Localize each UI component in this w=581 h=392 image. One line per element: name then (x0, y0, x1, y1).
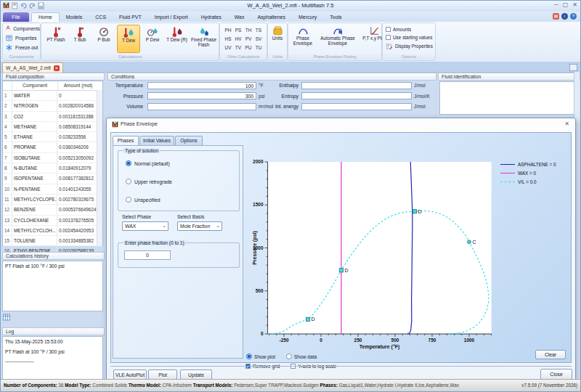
amounts-checkbox[interactable] (386, 27, 391, 32)
table-row[interactable]: 12BENZENE0.0005376649624 (3, 205, 102, 215)
release-notes-icon[interactable]: ▤ (553, 13, 559, 20)
phase-fraction-input[interactable]: 0 (124, 250, 171, 260)
table-row[interactable]: 8N-BUTANE0.01840912079 (3, 163, 102, 173)
normal-default-radio[interactable] (126, 160, 131, 166)
ribbon-tab-models[interactable]: Models (60, 12, 89, 22)
table-row[interactable]: 7ISOBUTANE0.005213050092 (3, 153, 102, 163)
document-tab-close-icon[interactable]: ✕ (54, 65, 60, 71)
select-basis-dropdown[interactable]: Mole Fraction ⌄ (177, 221, 222, 231)
component-amount: 0.01401243055 (57, 184, 97, 194)
calc-ps-button[interactable]: PS (233, 26, 243, 35)
show-plot-radio[interactable] (246, 354, 252, 359)
table-row[interactable]: 9ISOPENTANE0.008177382812 (3, 173, 102, 184)
t-dew-r-button[interactable]: T Dew (R) (165, 25, 189, 53)
use-starting-values-checkbox[interactable] (386, 35, 391, 40)
table-row[interactable]: 11METHYLCYCLOPE...0.002780319675 (3, 195, 102, 205)
clear-button[interactable]: Clear (535, 350, 566, 359)
window-list-icon[interactable] (569, 64, 577, 71)
vle-autoplot-button[interactable]: VLE AutoPlot (113, 369, 147, 380)
column-header-amount[interactable]: Amount (mol) (57, 81, 98, 90)
update-button[interactable]: Update (180, 369, 212, 380)
calc-ts-button[interactable]: TS (253, 26, 264, 35)
temperature-input[interactable]: 100 (147, 82, 256, 89)
components-button[interactable]: Components (3, 24, 40, 33)
component-name: METHYLCYCLOH... (12, 226, 57, 235)
table-row[interactable]: 6PROPANE0.0360346206 (3, 142, 102, 152)
fluid-identification-box[interactable] (439, 81, 578, 115)
t-dew-button[interactable]: T Dew (117, 25, 140, 53)
dialog-close-icon[interactable]: ✕ (564, 121, 569, 127)
units-button[interactable]: Units (268, 25, 287, 41)
calc-hs-button[interactable]: HS (223, 35, 233, 44)
history-table-icon[interactable] (3, 314, 10, 321)
calc-hv-button[interactable]: HV (233, 35, 243, 44)
calculations-history-box[interactable]: PT Flash at 100 °F / 300 psi (2, 261, 103, 311)
automatic-phase-envelope-button[interactable]: Automatic Phase Envelope (317, 25, 358, 46)
close-dialog-button[interactable]: Close (540, 369, 572, 380)
table-row[interactable]: 4METHANE0.08508319144 (3, 122, 102, 132)
calc-ph-button[interactable]: PH (223, 26, 233, 35)
calc-pv-button[interactable]: PV (243, 35, 253, 44)
ribbon-tab-fluid-pvt[interactable]: Fluid PVT (113, 12, 148, 22)
table-row[interactable]: 13CYCLOHEXANE0.001378276505 (3, 216, 102, 226)
display-properties-button[interactable]: Display Properties (383, 42, 433, 50)
log-box[interactable]: Thu 15-May-2025 15:53:00PT Flash at 100 … (2, 336, 103, 380)
pressure-input[interactable]: 300 (147, 92, 256, 99)
ribbon-tab-hydrates[interactable]: Hydrates (195, 12, 228, 22)
help-icon[interactable]: ? (570, 13, 577, 20)
table-row[interactable]: 2NITROGEN0.002820014586 (3, 101, 102, 111)
close-button[interactable]: ✕ (572, 1, 577, 8)
entropy-input[interactable] (301, 92, 412, 99)
composition-scrollbar[interactable] (97, 90, 102, 245)
unspecified-radio[interactable] (126, 197, 131, 203)
row-number: 13 (3, 216, 12, 225)
column-header-component[interactable]: Component (12, 81, 57, 90)
int-energy-input[interactable] (301, 103, 412, 110)
tab-initial-values[interactable]: Initial Values (139, 136, 174, 145)
table-row[interactable]: 10N-PENTANE0.01401243055 (3, 184, 102, 195)
table-row[interactable]: 1WATER0 (3, 91, 102, 101)
maximize-button[interactable]: ▢ (563, 1, 569, 8)
ribbon-tab-mercury[interactable]: Mercury (292, 12, 323, 22)
plot-button[interactable]: Plot (148, 369, 177, 380)
select-phase-dropdown[interactable]: WAX ⌄ (122, 221, 168, 231)
show-data-radio[interactable] (286, 354, 292, 359)
properties-icon (5, 34, 13, 42)
pt-flash-button[interactable]: PT Flash (44, 25, 68, 53)
calc-uv-button[interactable]: UV (223, 44, 233, 52)
ribbon-tab-wax[interactable]: Wax (228, 12, 251, 22)
phase-envelope-button[interactable]: Phase Envelope (290, 25, 316, 46)
ribbon-tab-home[interactable]: Home (31, 12, 60, 22)
ribbon-tab-ccs[interactable]: CCS (89, 12, 113, 22)
info-icon[interactable]: i (561, 13, 568, 20)
upper-retrograde-radio[interactable] (126, 179, 131, 184)
p-dew-button[interactable]: P Dew (142, 25, 163, 53)
calc-pu-button[interactable]: PU (243, 44, 253, 52)
tab-options[interactable]: Options (175, 136, 203, 145)
file-menu-button[interactable]: File (3, 12, 29, 22)
table-row[interactable]: 5ETHANE0.028233556 (3, 132, 102, 142)
freeze-out-button[interactable]: Freeze-out (3, 43, 40, 52)
document-tab[interactable]: W_A_AS_Wet_2.mfl ✕ (2, 62, 63, 73)
volume-input[interactable] (147, 103, 256, 110)
fluid-composition-header: Fluid composition (2, 73, 105, 81)
ribbon-tab-tools[interactable]: Tools (323, 12, 348, 22)
ribbon-tab-asphaltenes[interactable]: Asphaltenes (251, 12, 292, 22)
p-bub-button[interactable]: P Bub (92, 25, 115, 53)
calc-tv-button[interactable]: TV (233, 44, 243, 52)
tab-phases[interactable]: Phases (113, 136, 139, 145)
fixed-phase-flash-button[interactable]: Fixed Phase Flash (190, 25, 217, 53)
t-bub-button[interactable]: T Bub (69, 25, 91, 53)
enthalpy-input[interactable] (301, 82, 412, 89)
dialog-title-bar[interactable]: Phase Envelope ✕ (107, 118, 575, 131)
status-label: Transport Models: (193, 383, 234, 388)
properties-button[interactable]: Properties (3, 33, 40, 43)
ribbon-tab-import-export[interactable]: Import / Export (148, 12, 195, 22)
table-row[interactable]: 15TOLUENE0.001334885382 (3, 236, 102, 246)
calc-sv-button[interactable]: SV (253, 35, 264, 44)
calc-tu-button[interactable]: TU (253, 44, 264, 52)
table-row[interactable]: 3CO20.001181531388 (3, 112, 102, 122)
minimize-button[interactable]: ─ (554, 1, 558, 8)
calc-th-button[interactable]: TH (243, 26, 253, 35)
table-row[interactable]: 14METHYLCYCLOH...0.002454420953 (3, 226, 102, 236)
